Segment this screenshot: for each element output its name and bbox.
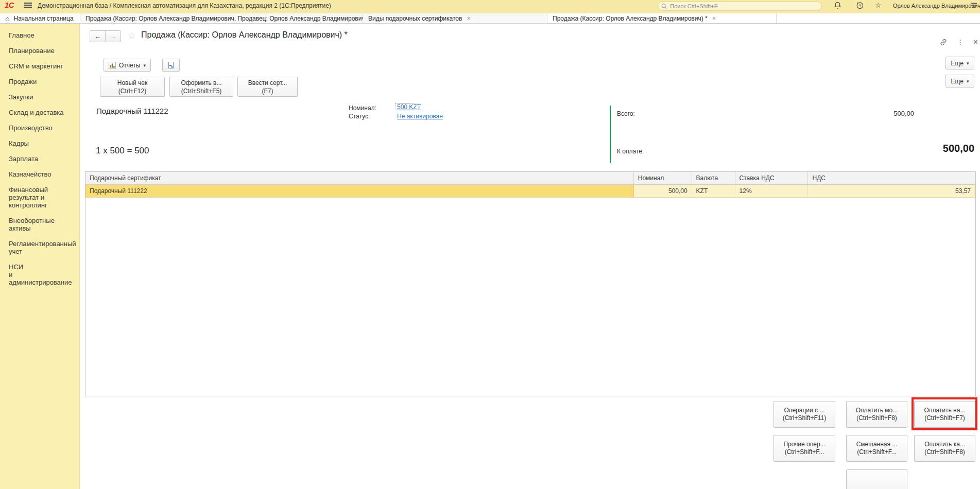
enter-certificate-button[interactable]: Ввести серт... (F7) <box>237 77 298 97</box>
partial-bottom-button[interactable] <box>846 469 907 489</box>
certificates-table: Подарочный сертификат Номинал Валюта Ста… <box>85 171 976 396</box>
cell-currency[interactable]: KZT <box>692 185 735 197</box>
document-arrow-icon <box>167 61 175 69</box>
report-chart-icon <box>109 62 116 69</box>
search-input[interactable] <box>669 3 818 10</box>
back-button[interactable]: ← <box>90 30 106 42</box>
sidebar-item-regulated-accounting[interactable]: Регламентированный учет <box>0 236 79 259</box>
sidebar-item-warehouse[interactable]: Склад и доставка <box>0 105 79 120</box>
close-form-icon[interactable]: × <box>973 38 978 47</box>
column-vat[interactable]: НДС <box>808 172 975 184</box>
page-title: Продажа (Кассир: Орлов Александр Владими… <box>141 30 348 40</box>
chevron-down-icon: ▾ <box>967 61 969 66</box>
reports-button[interactable]: Отчеты ▾ <box>104 59 151 72</box>
history-icon[interactable] <box>855 1 864 10</box>
favorites-star-icon[interactable]: ☆ <box>875 1 882 9</box>
sidebar-item-sales[interactable]: Продажи <box>0 74 79 90</box>
tab-label: Виды подарочных сертификатов <box>368 15 462 22</box>
tab-close-icon[interactable]: × <box>712 15 716 22</box>
post-document-button[interactable] <box>162 59 180 72</box>
other-operations-button[interactable]: Прочие опер... (Ctrl+Shift+F... <box>773 435 835 462</box>
sections-panel: Главное Планирование CRM и маркетинг Про… <box>0 24 80 489</box>
sidebar-item-purchases[interactable]: Закупки <box>0 90 79 105</box>
tab-home[interactable]: ⌂ Начальная страница <box>0 13 80 23</box>
add-to-favorites-star-icon[interactable]: ☆ <box>128 30 135 41</box>
global-search <box>658 2 822 11</box>
sidebar-item-hr[interactable]: Кадры <box>0 136 79 151</box>
pay-cashless-button[interactable]: Оплатить на... (Ctrl+Shift+F7) <box>914 401 975 428</box>
cell-nominal[interactable]: 500,00 <box>634 185 692 197</box>
to-pay-label: К оплате: <box>617 148 644 155</box>
sidebar-item-production[interactable]: Производство <box>0 120 79 136</box>
tab-sale-active[interactable]: Продажа (Кассир: Орлов Александр Владими… <box>547 13 777 23</box>
new-receipt-button[interactable]: Новый чек (Ctrl+F12) <box>100 77 165 97</box>
totals-separator <box>610 106 611 163</box>
chevron-down-icon: ▾ <box>143 63 146 68</box>
link-icon[interactable] <box>939 38 948 46</box>
search-icon <box>661 3 667 9</box>
cell-vat[interactable]: 53,57 <box>808 185 975 197</box>
pay-bonus-button[interactable]: Оплатить мо... (Ctrl+Shift+F8) <box>846 401 907 428</box>
user-menu-icon[interactable] <box>970 2 978 9</box>
forward-button[interactable]: → <box>106 30 121 42</box>
issue-in-button[interactable]: Оформить в... (Ctrl+Shift+F5) <box>169 77 233 97</box>
more-button-top[interactable]: Еще ▾ <box>945 57 974 69</box>
sale-form: ← → ☆ Продажа (Кассир: Орлов Александр В… <box>80 24 980 489</box>
certificate-name: Подарочный 111222 <box>96 107 168 115</box>
tab-bar: ⌂ Начальная страница Продажа (Кассир: Ор… <box>0 13 980 24</box>
tab-label: Продажа (Кассир: Орлов Александр Владими… <box>553 15 708 22</box>
sidebar-item-crm[interactable]: CRM и маркетинг <box>0 59 79 74</box>
sidebar-item-planning[interactable]: Планирование <box>0 43 79 59</box>
status-label: Статус: <box>349 113 370 120</box>
more-dots-icon[interactable]: ⋮ <box>957 38 964 46</box>
form-header-icons: ⋮ × <box>939 38 978 47</box>
main-menu-icon[interactable] <box>24 3 32 9</box>
cell-certificate[interactable]: Подарочный 111222 <box>85 185 634 197</box>
sidebar-item-payroll[interactable]: Зарплата <box>0 151 79 167</box>
nominal-label: Номинал: <box>349 104 376 112</box>
status-link[interactable]: Не активирован <box>397 113 443 120</box>
calculation-line: 1 x 500 = 500 <box>96 146 149 156</box>
tab-sale-full[interactable]: Продажа (Кассир: Орлов Александр Владими… <box>80 13 363 23</box>
total-value: 500,00 <box>744 110 914 117</box>
app-window: 1С Демонстрационная база / Комплексная а… <box>0 0 980 489</box>
sidebar-item-treasury[interactable]: Казначейство <box>0 167 79 182</box>
to-pay-value: 500,00 <box>827 143 974 154</box>
tab-home-label: Начальная страница <box>13 15 73 22</box>
sidebar-item-finresult[interactable]: Финансовый результат и контроллинг <box>0 182 79 213</box>
sidebar-item-noncurrent-assets[interactable]: Внеоборотные активы <box>0 213 79 236</box>
column-currency[interactable]: Валюта <box>692 172 735 184</box>
current-user[interactable]: Орлов Александр Владимирович <box>893 3 980 9</box>
sidebar-item-main[interactable]: Главное <box>0 28 79 43</box>
pay-cash-button[interactable]: Оплатить ка... (Ctrl+Shift+F8) <box>914 435 975 462</box>
nav-buttons: ← → <box>90 30 121 42</box>
table-header: Подарочный сертификат Номинал Валюта Ста… <box>85 172 975 185</box>
sidebar-item-nsi-admin[interactable]: НСИ и администрирование <box>0 259 79 290</box>
column-nominal[interactable]: Номинал <box>634 172 692 184</box>
column-vat-rate[interactable]: Ставка НДС <box>735 172 809 184</box>
table-row[interactable]: Подарочный 111222 500,00 KZT 12% 53,57 <box>85 185 975 198</box>
1c-logo: 1С <box>5 1 14 9</box>
notifications-bell-icon[interactable] <box>833 1 842 10</box>
app-title: Демонстрационная база / Комплексная авто… <box>38 2 331 9</box>
column-certificate[interactable]: Подарочный сертификат <box>85 172 634 184</box>
home-icon: ⌂ <box>5 14 9 23</box>
tab-close-icon[interactable]: × <box>467 15 470 22</box>
operations-with-button[interactable]: Операции с ... (Ctrl+Shift+F11) <box>773 401 835 428</box>
top-bar: 1С Демонстрационная база / Комплексная а… <box>0 0 980 11</box>
chevron-down-icon: ▾ <box>967 79 969 84</box>
nominal-link[interactable]: 500 KZT <box>396 103 422 111</box>
tab-label: Продажа (Кассир: Орлов Александр Владими… <box>85 15 363 22</box>
mixed-payment-button[interactable]: Смешанная ... (Ctrl+Shift+F... <box>846 435 907 462</box>
more-button-bottom[interactable]: Еще ▾ <box>945 75 974 88</box>
total-label: Всего: <box>617 110 635 117</box>
cell-vat-rate[interactable]: 12% <box>735 185 809 197</box>
tab-gift-cert-types[interactable]: Виды подарочных сертификатов × <box>363 13 547 23</box>
